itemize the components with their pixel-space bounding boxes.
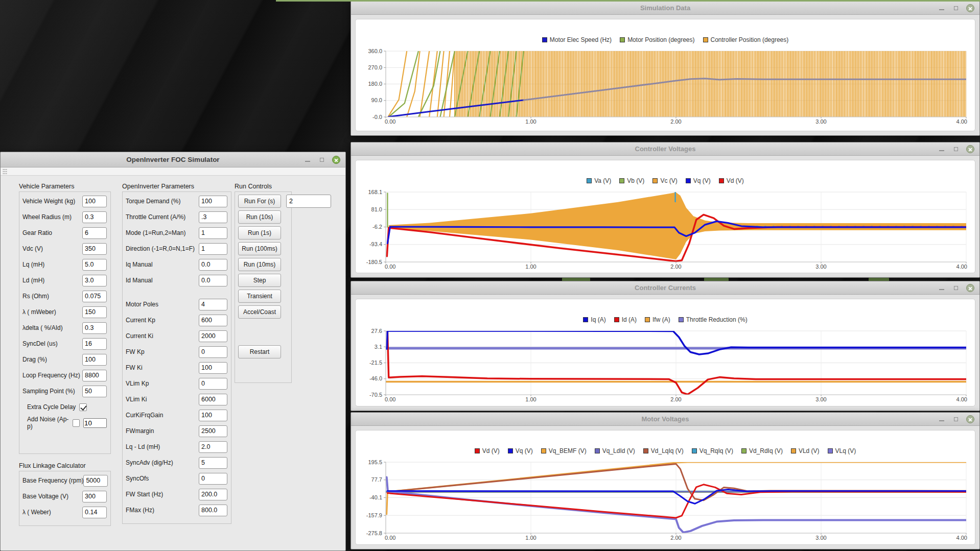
chart-legend: Motor Elec Speed (Hz)Motor Position (deg… — [542, 36, 789, 44]
vehicle-field-input[interactable] — [82, 306, 107, 318]
openinverter-field-input[interactable] — [199, 211, 227, 223]
openinverter-field-label: CurKiFrqGain — [126, 412, 163, 419]
vehicle-field-input[interactable] — [82, 354, 107, 366]
simulator-body: Vehicle Parameters Vehicle Weight (kg)Wh… — [1, 176, 345, 550]
minimize-button[interactable] — [938, 415, 946, 423]
vehicle-parameters-column: Vehicle Parameters Vehicle Weight (kg)Wh… — [19, 183, 111, 526]
vehicle-field-input[interactable] — [82, 243, 107, 255]
legend-swatch — [828, 448, 833, 453]
vehicle-field-input[interactable] — [82, 291, 107, 302]
openinverter-field-input[interactable] — [199, 259, 227, 271]
minimize-button[interactable] — [304, 156, 312, 164]
flux-field-input[interactable] — [82, 491, 107, 502]
vehicle-field-input[interactable] — [82, 211, 107, 223]
legend-item: Iq (A) — [583, 316, 605, 323]
checkbox-checked[interactable] — [79, 403, 87, 411]
restore-button[interactable] — [318, 156, 326, 164]
svg-text:168.1: 168.1 — [368, 189, 382, 195]
svg-text:1.00: 1.00 — [525, 535, 536, 541]
chart-card: Vd (V)Vq (V)Vq_BEMF (V)Vq_LdId (V)Vd_LqI… — [355, 430, 975, 545]
openinverter-field-label: Current Ki — [126, 332, 153, 340]
restore-button[interactable] — [952, 145, 960, 153]
restore-button[interactable] — [952, 4, 960, 12]
flux-field-input[interactable] — [83, 475, 108, 487]
titlebar[interactable]: Controller Voltages — [351, 142, 979, 156]
openinverter-field-input[interactable] — [199, 378, 227, 390]
openinverter-field-input[interactable] — [199, 473, 227, 485]
vehicle-field-label: SyncDel (us) — [22, 340, 58, 347]
legend-item: Vq_BEMF (V) — [541, 447, 587, 454]
checkbox-label: Add Noise (Ap-p) — [27, 416, 69, 430]
vehicle-field-input[interactable] — [82, 275, 107, 286]
run-for-seconds-input[interactable] — [286, 195, 331, 208]
openinverter-field-input[interactable] — [199, 489, 227, 500]
openinverter-field-input[interactable] — [199, 441, 227, 453]
restore-button[interactable] — [952, 415, 960, 423]
minimize-button[interactable] — [938, 4, 946, 12]
legend-item: Motor Position (degrees) — [620, 36, 694, 43]
openinverter-field-input[interactable] — [199, 299, 227, 310]
field-spacer — [126, 290, 227, 298]
run-for-button[interactable]: Run For (s) — [238, 195, 281, 208]
titlebar[interactable]: Controller Currents — [351, 281, 979, 295]
titlebar[interactable]: Motor Voltages — [351, 413, 979, 426]
svg-text:0.00: 0.00 — [385, 118, 395, 125]
legend-label: Vd_LqIq (V) — [651, 447, 684, 454]
openinverter-field-input[interactable] — [199, 410, 227, 421]
openinverter-field-input[interactable] — [199, 243, 227, 255]
openinverter-field-input[interactable] — [199, 346, 227, 358]
close-button[interactable] — [332, 156, 340, 164]
restore-button[interactable] — [952, 284, 960, 292]
vehicle-field-label: Vehicle Weight (kg) — [22, 198, 75, 205]
openinverter-field-row: FW Kp — [126, 345, 227, 358]
close-button[interactable] — [966, 415, 974, 423]
vehicle-field-input[interactable] — [82, 338, 107, 350]
vehicle-field-label: Rs (Ohm) — [22, 293, 49, 300]
svg-text:-40.1: -40.1 — [369, 494, 382, 500]
vehicle-field-input[interactable] — [82, 322, 107, 334]
close-button[interactable] — [966, 284, 974, 292]
openinverter-field-input[interactable] — [199, 505, 227, 516]
run-control-button[interactable]: Transient — [238, 290, 281, 303]
checkbox-value-input[interactable] — [83, 418, 107, 428]
checkbox-unchecked[interactable] — [73, 419, 80, 427]
openinverter-field-input[interactable] — [199, 315, 227, 326]
close-button[interactable] — [966, 145, 974, 153]
vehicle-field-input[interactable] — [82, 259, 107, 271]
run-control-button[interactable]: Run (100ms) — [238, 242, 281, 255]
legend-label: Vd (V) — [482, 447, 500, 454]
openinverter-field-input[interactable] — [199, 330, 227, 342]
section-header: OpenInverter Parameters — [122, 183, 231, 190]
openinverter-field-input[interactable] — [199, 394, 227, 405]
vehicle-field-input[interactable] — [82, 227, 107, 239]
flux-field-input[interactable] — [82, 507, 107, 518]
openinverter-field-input[interactable] — [199, 196, 227, 207]
flux-field-row: λ ( Weber) — [22, 506, 107, 519]
legend-item: Vd_RdIq (V) — [741, 447, 783, 454]
openinverter-field-input[interactable] — [199, 362, 227, 374]
titlebar[interactable]: OpenInverter FOC Simulator — [1, 152, 345, 167]
drag-handle-icon[interactable] — [3, 169, 7, 175]
openinverter-field-input[interactable] — [199, 227, 227, 239]
vehicle-field-input[interactable] — [82, 196, 107, 207]
run-control-button[interactable]: Accel/Coast — [238, 305, 281, 319]
openinverter-field-input[interactable] — [199, 457, 227, 469]
vehicle-field-input[interactable] — [82, 386, 107, 397]
close-button[interactable] — [966, 4, 974, 12]
minimize-button[interactable] — [938, 145, 946, 153]
run-control-button[interactable]: Run (10s) — [238, 210, 281, 224]
minimize-button[interactable] — [938, 284, 946, 292]
restart-button[interactable]: Restart — [238, 345, 281, 358]
svg-text:90.0: 90.0 — [371, 97, 382, 103]
openinverter-field-row: Current Kp — [126, 314, 227, 327]
openinverter-field-row: VLim Ki — [126, 393, 227, 406]
legend-label: Va (V) — [594, 177, 611, 184]
run-control-button[interactable]: Step — [238, 274, 281, 287]
window-title: Controller Voltages — [351, 142, 979, 155]
openinverter-field-input[interactable] — [199, 425, 227, 437]
titlebar[interactable]: Simulation Data — [351, 2, 979, 15]
vehicle-field-input[interactable] — [82, 370, 107, 381]
run-control-button[interactable]: Run (1s) — [238, 226, 281, 239]
run-control-button[interactable]: Run (10ms) — [238, 258, 281, 271]
openinverter-field-input[interactable] — [199, 275, 227, 286]
